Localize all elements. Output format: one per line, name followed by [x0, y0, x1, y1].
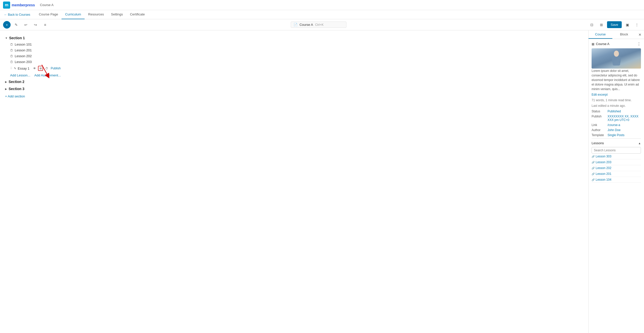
list-item: 🗒 Lesson 201 — [10, 47, 583, 53]
course-name-display: Course A — [300, 23, 313, 27]
lesson-name[interactable]: Lesson 201 — [15, 48, 32, 52]
section-1-header[interactable]: ▼ Section 1 — [5, 34, 583, 41]
logo-area: m memberpress — [3, 2, 35, 9]
doc-icon: 🗒 — [10, 43, 13, 46]
search-lessons-input[interactable] — [592, 147, 641, 154]
essay-actions: 👁 ⊞ ⏱ — [32, 66, 49, 71]
main-layout: ▼ Section 1 🗒 Lesson 101 🗒 Lesson 201 🗒 … — [0, 30, 644, 333]
panel-content: ▦ Course A ⋮ Lorem — [589, 39, 644, 333]
content-area: ▼ Section 1 🗒 Lesson 101 🗒 Lesson 201 🗒 … — [0, 30, 588, 333]
author-row: Author John Doe — [592, 128, 641, 132]
list-item[interactable]: 🔗 Lesson 201 — [592, 171, 641, 177]
list-item: 🗒 Lesson 202 — [10, 53, 583, 59]
list-item[interactable]: 🔗 Lesson 202 — [592, 165, 641, 171]
center-area: 📄 Course A Ctrl+K — [51, 22, 586, 28]
view-toggle-icon[interactable]: ▣ — [623, 21, 631, 29]
link-label: Link — [592, 123, 606, 127]
tab-curriculum[interactable]: Curriculum — [62, 10, 85, 19]
doc-icon: 🗒 — [10, 54, 13, 58]
link-value[interactable]: /course-a — [608, 123, 620, 127]
template-row: Template Single Posts — [592, 133, 641, 137]
preview-icon[interactable]: ⊡ — [588, 21, 596, 29]
section-2-name: Section 2 — [9, 80, 24, 84]
tab-certificate[interactable]: Certificate — [126, 10, 148, 19]
lessons-section: Lessons ▲ 🔗 Lesson 303 🔗 Lesson 203 🔗 Le… — [592, 138, 641, 183]
section-1-content: 🗒 Lesson 101 🗒 Lesson 201 🗒 Lesson 202 🗒… — [5, 41, 583, 78]
lessons-list-name: Lesson 104 — [596, 178, 611, 181]
toolbar-right: ⊡ ⊞ Save ▣ ⋮ — [588, 21, 641, 29]
logo-brand: memberpress — [12, 3, 35, 7]
add-button[interactable]: + — [3, 21, 11, 29]
status-value[interactable]: Published — [608, 110, 621, 113]
more-options-icon[interactable]: ⋮ — [633, 21, 641, 29]
panel-tab-course[interactable]: Course — [589, 30, 612, 39]
thumbnail-svg — [609, 49, 624, 68]
pencil-icon[interactable]: ✎ — [12, 21, 20, 29]
edit-essay-icon[interactable]: ✎ — [14, 67, 16, 70]
top-bar: m memberpress Course A — [0, 0, 644, 10]
nav-tabs: ← Back to Courses Course Page Curriculum… — [0, 10, 644, 19]
undo-button[interactable]: ↩ — [22, 21, 30, 29]
essay-name[interactable]: Essay 1 — [18, 67, 29, 70]
lesson-link-icon: 🔗 — [592, 167, 595, 170]
add-section-label: + Add section — [5, 94, 25, 98]
list-item[interactable]: 🔗 Lesson 303 — [592, 154, 641, 159]
lesson-name[interactable]: Lesson 101 — [15, 43, 32, 46]
section-1: ▼ Section 1 🗒 Lesson 101 🗒 Lesson 201 🗒 … — [5, 34, 583, 78]
save-button[interactable]: Save — [607, 21, 622, 28]
publish-link[interactable]: Publish — [51, 67, 61, 70]
section-3: ▶ Section 3 — [5, 85, 583, 92]
add-assignment-link[interactable]: Add Assignment... — [34, 73, 61, 77]
panel-close-button[interactable]: ✕ — [636, 31, 644, 39]
lessons-list-name: Lesson 303 — [596, 155, 611, 158]
list-view-button[interactable]: ≡ — [41, 21, 49, 29]
logo-icon: m — [3, 2, 10, 9]
view-essay-icon[interactable]: 👁 — [32, 66, 37, 71]
status-row: Status Published — [592, 110, 641, 113]
section-1-name: Section 1 — [9, 36, 25, 40]
course-name-input[interactable]: 📄 Course A Ctrl+K — [291, 22, 346, 28]
lessons-title: Lessons — [592, 141, 604, 145]
doc-icon: 🗒 — [10, 49, 13, 52]
section-2: ▶ Section 2 — [5, 78, 583, 85]
course-description: Lorem ipsum dolor sit amet, consectetur … — [592, 69, 641, 91]
quiz-icon[interactable]: ⊞ — [38, 66, 43, 71]
panel-tab-block[interactable]: Block — [612, 30, 636, 39]
thumbnail-bg — [592, 48, 641, 69]
author-value[interactable]: John Doe — [608, 128, 620, 132]
toolbar: + ✎ ↩ ↪ ≡ 📄 Course A Ctrl+K ⊡ ⊞ Save ▣ ⋮ — [0, 19, 644, 30]
publish-row: Publish XXXXXXXX XX, XXXX XXX pm UTC+0 — [592, 115, 641, 122]
redo-button[interactable]: ↪ — [31, 21, 40, 29]
publish-value[interactable]: XXXXXXXX XX, XXXX XXX pm UTC+0 — [608, 115, 641, 122]
section-2-header[interactable]: ▶ Section 2 — [5, 78, 583, 85]
list-item[interactable]: 🔗 Lesson 203 — [592, 159, 641, 165]
tab-course-page[interactable]: Course Page — [35, 10, 62, 19]
back-to-courses-link[interactable]: ← Back to Courses — [4, 13, 30, 16]
section-3-header[interactable]: ▶ Section 3 — [5, 85, 583, 92]
external-link-icon[interactable]: ⊞ — [597, 21, 606, 29]
tab-settings[interactable]: Settings — [107, 10, 126, 19]
doc-icon: 📄 — [294, 23, 298, 27]
section-1-chevron: ▼ — [5, 37, 8, 39]
add-section-row[interactable]: + Add section — [5, 92, 583, 100]
tab-resources[interactable]: Resources — [85, 10, 107, 19]
publish-label: Publish — [592, 115, 606, 118]
svg-point-1 — [614, 51, 619, 57]
header-course-name: Course A — [40, 3, 53, 7]
lessons-list-name: Lesson 202 — [596, 166, 611, 170]
drag-handle-icon: ⠿ — [10, 67, 12, 70]
lesson-name[interactable]: Lesson 202 — [15, 54, 32, 58]
lessons-collapse-chevron[interactable]: ▲ — [638, 142, 641, 145]
lesson-link-icon: 🔗 — [592, 178, 595, 181]
clock-icon[interactable]: ⏱ — [44, 66, 49, 71]
course-thumbnail — [592, 48, 641, 69]
lesson-name[interactable]: Lesson 203 — [15, 60, 32, 64]
list-item[interactable]: 🔗 Lesson 104 — [592, 177, 641, 183]
doc-icon: 🗒 — [10, 60, 13, 64]
template-value[interactable]: Single Posts — [608, 133, 625, 137]
edit-excerpt-link[interactable]: Edit excerpt — [592, 93, 641, 96]
section-3-chevron: ▶ — [5, 88, 7, 90]
keyboard-shortcut: Ctrl+K — [315, 23, 324, 27]
add-lesson-link[interactable]: Add Lesson... — [10, 73, 30, 77]
panel-more-options-icon[interactable]: ⋮ — [637, 41, 641, 46]
